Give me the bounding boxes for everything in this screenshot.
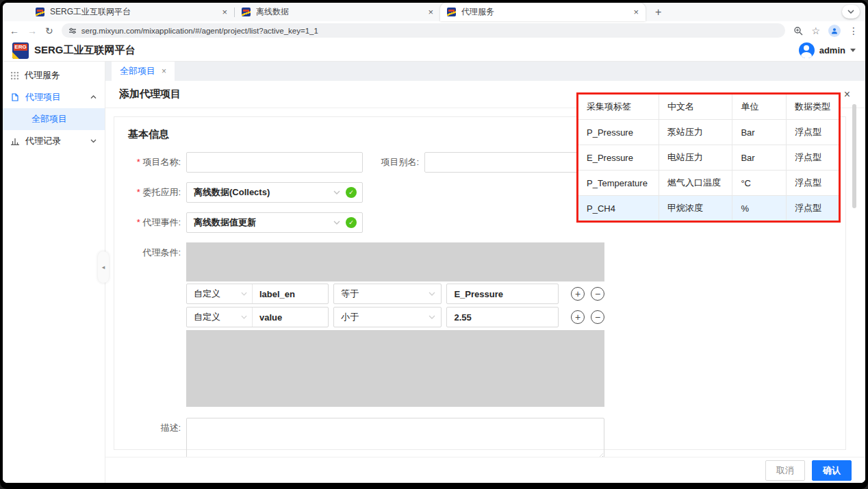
sidebar-item-agent-records[interactable]: 代理记录 [3, 130, 105, 152]
table-cell: 浮点型 [787, 196, 839, 221]
condition-operator-value: 等于 [341, 288, 429, 300]
column-header: 采集项标签 [578, 95, 659, 120]
table-cell: 甲烷浓度 [659, 196, 732, 221]
browser-menu-icon[interactable]: ⋮ [849, 25, 858, 36]
forward-icon[interactable]: → [27, 25, 37, 36]
tab-search-chevron-icon[interactable] [842, 5, 860, 18]
grid-icon [11, 72, 18, 79]
tab-close-icon[interactable]: × [222, 7, 227, 17]
event-select-value: 离线数据值更新 [194, 216, 328, 229]
site-settings-icon[interactable] [68, 27, 77, 35]
sidebar-item-all-projects[interactable]: 全部项目 [3, 108, 105, 130]
user-avatar[interactable] [799, 42, 815, 58]
serg-favicon-icon [242, 8, 251, 16]
chevron-down-icon [90, 139, 97, 143]
chevron-down-icon [241, 292, 247, 296]
sidebar-item-agent-service[interactable]: 代理服务 [3, 64, 105, 86]
address-bar[interactable]: serg.mixyun.com/mixapplication/#/agent/p… [62, 23, 786, 38]
table-cell: P_Pressure [578, 120, 659, 145]
user-caret-icon [850, 49, 856, 52]
tab-close-icon[interactable]: × [428, 7, 433, 17]
column-header: 单位 [732, 95, 787, 120]
bookmark-star-icon[interactable]: ☆ [811, 25, 820, 36]
serg-logo-text: ERG [14, 44, 27, 51]
main-content: 全部项目 × 添加代理项目 × 基本信息 项目名称: 项目别名 [105, 62, 865, 483]
table-cell: 燃气入口温度 [659, 171, 732, 196]
chevron-down-icon [241, 315, 247, 319]
cancel-button[interactable]: 取消 [765, 460, 805, 481]
browser-profile-avatar[interactable] [828, 25, 841, 37]
condition-operator-select[interactable]: 等于 [333, 284, 442, 304]
chevron-down-icon [333, 221, 340, 225]
table-row[interactable]: E_Pressure 电站压力 Bar 浮点型 [578, 145, 839, 171]
serg-favicon-icon [36, 8, 44, 16]
table-cell: 浮点型 [787, 171, 839, 196]
remove-condition-icon[interactable]: − [591, 310, 604, 324]
condition-value-input[interactable]: 2.55 [446, 307, 559, 327]
table-row-highlighted[interactable]: P_CH4 甲烷浓度 % 浮点型 [578, 196, 839, 221]
column-header: 中文名 [659, 95, 732, 120]
confirm-button[interactable]: 确认 [812, 460, 852, 481]
sidebar-item-label: 全部项目 [31, 113, 67, 125]
browser-tab-serg[interactable]: SERG工业互联网平台 × [29, 3, 234, 21]
zoom-icon[interactable] [793, 26, 803, 36]
condition-row-2: 自定义 value 小于 2.55 [186, 307, 604, 327]
tab-close-icon[interactable]: × [633, 7, 639, 17]
tab-title: 代理服务 [461, 6, 628, 18]
condition-type-select[interactable]: 自定义 [187, 284, 253, 303]
sidebar-item-label: 代理记录 [25, 135, 61, 147]
app-label: 委托应用: [123, 182, 181, 203]
condition-field-input[interactable]: value [253, 312, 328, 323]
description-textarea-wrap [186, 418, 604, 457]
chart-icon [11, 137, 19, 145]
drawer-close-icon[interactable]: × [844, 88, 850, 101]
condition-field-input[interactable]: label_en [253, 289, 328, 299]
collect-items-reference-table: 采集项标签 中文名 单位 数据类型 P_Pressure 泵站压力 Bar 浮点… [576, 92, 841, 223]
browser-tab-agent-service[interactable]: 代理服务 × [440, 3, 646, 21]
page-tab-label: 全部项目 [120, 65, 155, 77]
table-header-row: 采集项标签 中文名 单位 数据类型 [578, 95, 839, 120]
new-tab-button[interactable]: + [655, 6, 661, 18]
table-cell: °C [732, 171, 787, 196]
vertical-scrollbar-thumb[interactable] [852, 104, 856, 208]
description-textarea[interactable] [186, 418, 604, 457]
remove-condition-icon[interactable]: − [591, 287, 604, 301]
sidebar-item-agent-project[interactable]: 代理项目 [3, 86, 105, 108]
browser-tab-offline-data[interactable]: 离线数据 × [235, 3, 440, 21]
reload-icon[interactable]: ↻ [45, 25, 53, 36]
project-name-label: 项目名称: [123, 152, 181, 173]
condition-label: 代理条件: [123, 242, 181, 263]
drawer-title: 添加代理项目 [119, 88, 181, 101]
page-tab-bar: 全部项目 × [105, 62, 865, 81]
condition-row-1: 自定义 label_en 等于 E_Pr [186, 284, 604, 304]
table-cell: E_Pressure [578, 145, 659, 171]
condition-type-value: 自定义 [194, 311, 237, 323]
table-cell: 浮点型 [787, 145, 839, 171]
sidebar: 代理服务 代理项目 全部项目 代理记录 [3, 62, 105, 483]
table-cell: P_CH4 [578, 196, 659, 221]
condition-operator-select[interactable]: 小于 [333, 307, 442, 327]
back-icon[interactable]: ← [10, 25, 19, 36]
sidebar-collapse-handle[interactable]: ◂ [98, 251, 109, 283]
table-row[interactable]: P_Temperature 燃气入口温度 °C 浮点型 [578, 171, 839, 196]
page-tab-all-projects[interactable]: 全部项目 × [112, 62, 175, 81]
chevron-down-icon [429, 292, 435, 296]
app-select[interactable]: 离线数据(Collects) ✓ [186, 182, 363, 203]
drawer-footer: 取消 确认 [105, 457, 865, 483]
table-row[interactable]: P_Pressure 泵站压力 Bar 浮点型 [578, 120, 839, 145]
condition-value-input[interactable]: E_Pressure [446, 284, 559, 304]
add-condition-icon[interactable]: + [571, 310, 585, 324]
tab-title: SERG工业互联网平台 [50, 6, 216, 18]
condition-type-select[interactable]: 自定义 [187, 308, 253, 327]
event-select[interactable]: 离线数据值更新 ✓ [186, 212, 363, 233]
app-header: ERG SERG工业互联网平台 admin [3, 40, 865, 62]
url-text: serg.mixyun.com/mixapplication/#/agent/p… [81, 27, 318, 35]
window-frame: SERG工业互联网平台 × 离线数据 × 代理服务 × + ← → ↻ serg… [0, 0, 868, 489]
url-bar-actions: ☆ ⋮ [793, 25, 858, 37]
user-menu[interactable]: admin [799, 42, 856, 58]
page-tab-close-icon[interactable]: × [162, 66, 166, 76]
project-name-input[interactable] [186, 152, 363, 173]
add-condition-icon[interactable]: + [571, 287, 585, 301]
app-body: 代理服务 代理项目 全部项目 代理记录 ◂ 全部项目 [3, 62, 865, 483]
table-cell: P_Temperature [578, 171, 659, 196]
